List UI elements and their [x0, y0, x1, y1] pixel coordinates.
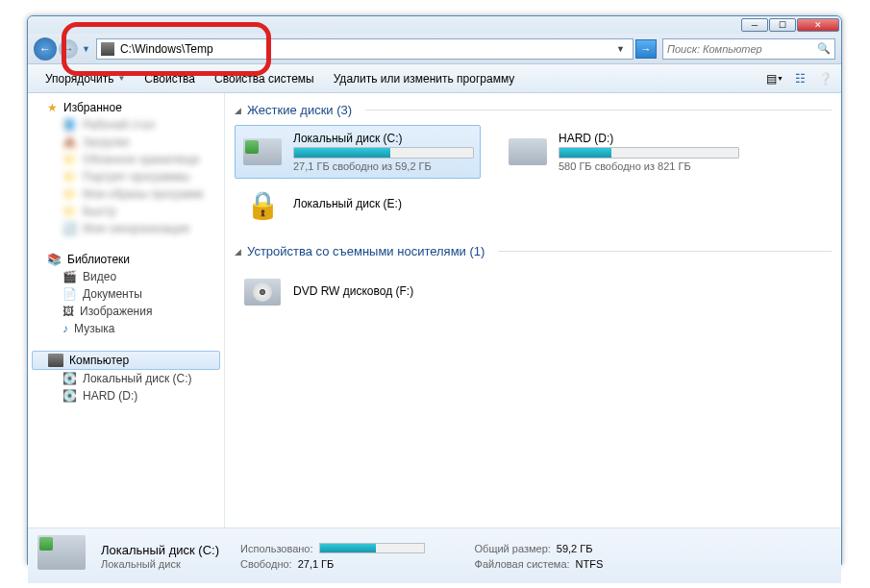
details-title: Локальный диск (C:) — [101, 543, 219, 557]
computer-icon — [101, 42, 114, 56]
drive-e[interactable]: 🔒 Локальный диск (E:) — [235, 179, 481, 231]
sidebar-item-pictures[interactable]: 🖼Изображения — [28, 303, 224, 320]
sidebar-item-cloud[interactable]: 📁Облачное хранилище — [28, 151, 224, 168]
maximize-button[interactable]: ☐ — [769, 18, 796, 32]
drive-d[interactable]: HARD (D:) 580 ГБ свободно из 821 ГБ — [500, 125, 746, 179]
section-removable[interactable]: ◢ Устройства со съемными носителями (1) — [235, 244, 832, 258]
sidebar-item-desktop[interactable]: 📘Рабочий стол — [28, 116, 224, 134]
drive-icon: 💽 — [62, 389, 77, 403]
libraries-icon: 📚 — [47, 253, 62, 266]
drive-f-dvd[interactable]: DVD RW дисковод (F:) — [235, 266, 481, 318]
collapse-icon: ◢ — [235, 106, 241, 115]
hdd-icon — [37, 535, 86, 570]
dvd-icon — [244, 279, 281, 306]
picture-icon: 🖼 — [62, 305, 74, 318]
preview-pane-icon[interactable]: ☷ — [791, 71, 808, 86]
search-input[interactable] — [667, 43, 817, 55]
sidebar-item-documents[interactable]: 📄Документы — [28, 285, 224, 303]
drive-c[interactable]: Локальный диск (C:) 27,1 ГБ свободно из … — [235, 125, 481, 179]
help-icon[interactable]: ❔ — [816, 71, 833, 86]
properties-button[interactable]: Свойства — [135, 68, 205, 89]
sidebar-item-downloads[interactable]: 📥Загрузки — [28, 134, 224, 151]
sidebar-item-5[interactable]: 📁Быстр — [28, 203, 224, 220]
sidebar-item-4[interactable]: 📁Мои образы программ — [28, 185, 224, 203]
sidebar-item-drive-c[interactable]: 💽Локальный диск (C:) — [28, 370, 224, 387]
search-icon: 🔍 — [817, 42, 831, 56]
usage-bar — [559, 148, 611, 158]
explorer-window: ─ ☐ ✕ ← → ▼ ▼ → 🔍 Упорядочить▼ Свойства … — [27, 15, 842, 565]
close-button[interactable]: ✕ — [797, 18, 839, 32]
minimize-button[interactable]: ─ — [741, 18, 768, 32]
titlebar: ─ ☐ ✕ — [28, 16, 841, 34]
search-box[interactable]: 🔍 — [662, 38, 835, 60]
usage-bar — [294, 148, 390, 158]
computer-icon — [48, 354, 63, 367]
main-content: ◢ Жесткие диски (3) Локальный диск (C:) … — [225, 93, 841, 527]
content-area: ★ Избранное 📘Рабочий стол 📥Загрузки 📁Обл… — [28, 93, 841, 527]
libraries-header[interactable]: 📚 Библиотеки — [28, 251, 224, 268]
details-pane: Локальный диск (C:) Локальный диск Испол… — [28, 527, 841, 583]
star-icon: ★ — [47, 101, 58, 114]
address-dropdown[interactable]: ▼ — [612, 44, 629, 54]
collapse-icon: ◢ — [235, 247, 241, 257]
navigation-pane: ★ Избранное 📘Рабочий стол 📥Загрузки 📁Обл… — [28, 93, 225, 527]
lock-icon: 🔒 — [246, 189, 280, 221]
computer-header[interactable]: Компьютер — [32, 351, 220, 370]
sidebar-item-music[interactable]: ♪Музыка — [28, 320, 224, 337]
address-bar[interactable]: ▼ — [96, 38, 634, 60]
sidebar-item-3[interactable]: 📁Портрет программы — [28, 168, 224, 185]
sidebar-item-video[interactable]: 🎬Видео — [28, 268, 224, 285]
hdd-icon — [509, 138, 547, 165]
video-icon: 🎬 — [62, 270, 77, 283]
back-button[interactable]: ← — [34, 37, 57, 61]
system-properties-button[interactable]: Свойства системы — [205, 68, 324, 89]
sidebar-item-drive-d[interactable]: 💽HARD (D:) — [28, 387, 224, 404]
toolbar: Упорядочить▼ Свойства Свойства системы У… — [28, 64, 841, 93]
section-hard-drives[interactable]: ◢ Жесткие диски (3) — [235, 103, 832, 117]
address-input[interactable] — [120, 42, 612, 56]
uninstall-button[interactable]: Удалить или изменить программу — [324, 68, 525, 89]
hdd-icon — [243, 138, 282, 165]
nav-history-dropdown[interactable]: ▼ — [82, 44, 90, 54]
nav-bar: ← → ▼ ▼ → 🔍 — [28, 34, 841, 64]
view-options-icon[interactable]: ▤▼ — [766, 71, 783, 86]
details-subtitle: Локальный диск — [101, 558, 219, 570]
sidebar-item-6[interactable]: 🔄Моя синхронизация — [28, 220, 224, 237]
document-icon: 📄 — [62, 287, 77, 301]
music-icon: ♪ — [62, 322, 68, 335]
drive-icon: 💽 — [62, 372, 77, 385]
forward-button[interactable]: → — [59, 39, 78, 59]
organize-menu[interactable]: Упорядочить▼ — [36, 68, 135, 89]
go-button[interactable]: → — [635, 39, 657, 59]
favorites-header[interactable]: ★ Избранное — [28, 99, 224, 116]
